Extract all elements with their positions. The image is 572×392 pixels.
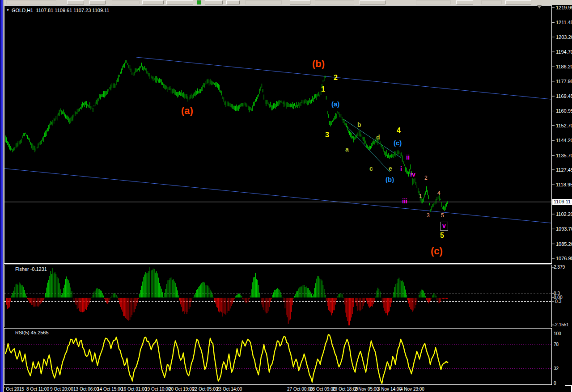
- wave-label-1: 1: [321, 86, 325, 93]
- time-axis-label: 16 Oct 01:00: [121, 387, 147, 392]
- wave-label-b: b: [357, 122, 361, 128]
- wave-label-b: (b): [312, 59, 325, 69]
- toolbar-button[interactable]: [89, 0, 106, 4]
- toolbar-button[interactable]: [142, 0, 164, 4]
- fisher-label: Fisher -0.1231: [15, 266, 47, 272]
- toolbar[interactable]: [0, 0, 572, 5]
- toolbar-button[interactable]: [360, 0, 386, 4]
- time-axis-label: 3 Nov 14:00: [377, 387, 402, 392]
- time-axis-label: 29 Oct 18:00: [332, 387, 358, 392]
- toolbar-button[interactable]: [245, 0, 282, 4]
- time-axis-label: 8 Oct 11:00: [26, 387, 49, 392]
- toolbar-button-green-icon[interactable]: [197, 0, 201, 4]
- fisher-name: Fisher: [15, 266, 29, 272]
- toolbar-button[interactable]: [205, 0, 223, 4]
- time-axis-label: 7 Oct 2015: [2, 387, 24, 392]
- wave-label-5: 5: [440, 232, 444, 239]
- wave-label-e: e: [389, 165, 392, 172]
- toolbar-button[interactable]: [315, 0, 354, 4]
- wave-label-iv: iv: [410, 171, 415, 177]
- price-axis[interactable]: [552, 5, 572, 384]
- wave-label-iii: iii: [402, 198, 407, 204]
- wave-label-c: (c): [394, 139, 402, 146]
- current-price-box: 1109.11: [552, 199, 572, 205]
- chart-shift-marker: [537, 5, 542, 8]
- toolbar-button[interactable]: [416, 0, 451, 4]
- wave-label-2: 2: [334, 74, 338, 81]
- time-axis-label: 13 Oct 06:00: [73, 387, 99, 392]
- terminal-window: ▼GOLD,H1 1107.81 1109.61 1107.23 1109.11…: [0, 0, 572, 392]
- toolbar-button[interactable]: [456, 0, 473, 4]
- chart-title-text: GOLD,H1 1107.81 1109.61 1107.23 1109.11: [12, 8, 110, 13]
- time-axis-label: 23 Oct 14:00: [216, 387, 242, 392]
- time-axis-label: 19 Oct 10:00: [145, 387, 170, 392]
- time-axis[interactable]: 7 Oct 20158 Oct 11:009 Oct 20:0013 Oct 0…: [0, 385, 572, 392]
- wave-label-d: d: [376, 134, 380, 140]
- wave-label-ii: ii: [406, 154, 410, 160]
- rsi-indicator-panel[interactable]: RSI(5) 45.2565: [4, 328, 552, 385]
- wave-label-a: (a): [181, 106, 193, 116]
- wave-label-4: 4: [437, 190, 441, 196]
- current-price-value: 1109.11: [554, 199, 571, 204]
- wave-label-5: 5: [441, 213, 444, 218]
- time-axis-label: 14 Oct 15:00: [97, 387, 123, 392]
- wave-label-2: 2: [424, 175, 428, 181]
- wave-label-4: 4: [397, 127, 401, 134]
- time-axis-label: 22 Oct 05:00: [192, 387, 218, 392]
- wave-label-c: (c): [431, 246, 443, 256]
- main-chart-panel[interactable]: ▼GOLD,H1 1107.81 1109.61 1107.23 1109.11: [4, 5, 552, 264]
- fisher-value: -0.1231: [30, 266, 47, 272]
- rsi-value: 45.2565: [31, 330, 49, 335]
- window-edge: [0, 0, 4, 392]
- wave-label-1: 1: [419, 194, 422, 199]
- time-axis-label: 27 Oct 00:00: [287, 387, 313, 392]
- time-axis-label: 4 Nov 23:00: [400, 387, 424, 392]
- chart-title: ▼GOLD,H1 1107.81 1109.61 1107.23 1109.11: [6, 8, 109, 13]
- time-axis-label: 9 Oct 20:00: [50, 387, 73, 392]
- toolbar-button[interactable]: [226, 0, 240, 4]
- wave-label-a: (a): [331, 101, 339, 107]
- rsi-label: RSI(5) 45.2565: [15, 330, 49, 335]
- wave-label-v: v: [440, 222, 448, 231]
- toolbar-button[interactable]: [166, 0, 193, 4]
- resize-corner[interactable]: [565, 385, 572, 392]
- time-axis-label: 20 Oct 19:00: [169, 387, 194, 392]
- wave-label-a: a: [345, 146, 349, 152]
- toolbar-button[interactable]: [505, 0, 531, 4]
- time-axis-label: 2 Nov 05:00: [355, 387, 379, 392]
- wave-label-c: c: [369, 165, 373, 172]
- fisher-indicator-panel[interactable]: Fisher -0.1231: [4, 265, 552, 327]
- toolbar-button[interactable]: [67, 0, 84, 4]
- wave-label-3: 3: [427, 213, 430, 218]
- rsi-name: RSI(5): [15, 330, 30, 335]
- toolbar-button[interactable]: [481, 0, 502, 4]
- chart-dropdown-icon[interactable]: ▼: [6, 8, 9, 12]
- toolbar-button[interactable]: [112, 0, 140, 4]
- toolbar-button[interactable]: [6, 0, 56, 4]
- wave-label-b: (b): [386, 176, 394, 183]
- toolbar-button[interactable]: [290, 0, 310, 4]
- wave-label-3: 3: [325, 131, 329, 139]
- time-axis-label: 28 Oct 09:00: [310, 387, 335, 392]
- wave-label-i: i: [400, 166, 402, 172]
